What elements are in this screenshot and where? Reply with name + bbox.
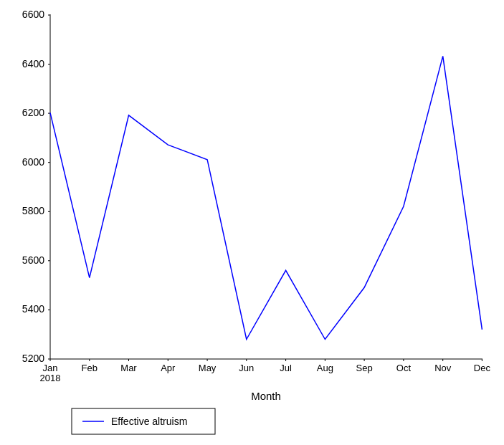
x-label-2018: 2018 (40, 373, 61, 383)
x-label-mar: Mar (120, 363, 137, 373)
x-label-may: May (199, 363, 217, 373)
x-label-apr: Apr (161, 363, 176, 373)
y-tick-5600: 5600 (22, 254, 44, 266)
x-label-jun: Jun (239, 363, 254, 373)
x-label-aug: Aug (317, 363, 333, 373)
line-chart: 5200 5400 5600 5800 6000 6200 6400 6600 … (0, 0, 504, 445)
x-label-nov: Nov (434, 363, 452, 373)
y-tick-5200: 5200 (22, 353, 44, 364)
y-tick-6200: 6200 (22, 107, 44, 118)
x-axis-label: Month (251, 390, 281, 402)
y-tick-6600: 6600 (22, 9, 44, 20)
legend-label: Effective altruism (111, 416, 187, 427)
x-label-oct: Oct (396, 363, 412, 373)
x-label-sep: Sep (356, 363, 373, 373)
y-tick-6400: 6400 (22, 58, 44, 70)
chart-container: 5200 5400 5600 5800 6000 6200 6400 6600 … (0, 0, 504, 445)
x-label-jul: Jul (280, 363, 292, 373)
y-tick-5400: 5400 (22, 303, 44, 315)
y-tick-6000: 6000 (22, 156, 44, 168)
svg-rect-0 (0, 0, 504, 445)
x-label-dec: Dec (474, 363, 491, 373)
y-tick-5800: 5800 (22, 205, 44, 216)
x-label-feb: Feb (82, 363, 98, 373)
x-label-jan: Jan (43, 363, 58, 373)
